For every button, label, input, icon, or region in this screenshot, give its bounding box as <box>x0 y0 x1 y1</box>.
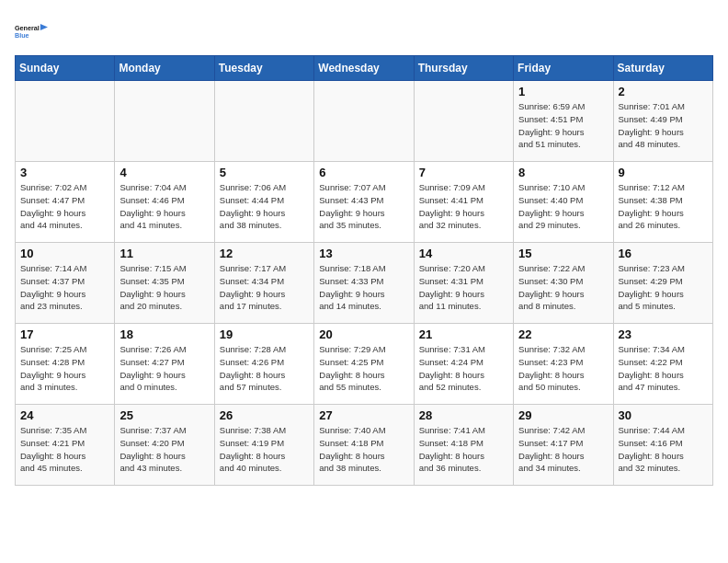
day-info: Sunrise: 7:10 AM Sunset: 4:40 PM Dayligh… <box>518 181 608 232</box>
day-number: 6 <box>319 166 408 179</box>
calendar-body: 1Sunrise: 6:59 AM Sunset: 4:51 PM Daylig… <box>16 81 713 486</box>
day-number: 24 <box>20 408 109 422</box>
day-info: Sunrise: 7:41 AM Sunset: 4:18 PM Dayligh… <box>419 424 508 475</box>
day-number: 8 <box>518 166 608 179</box>
calendar-week-row: 24Sunrise: 7:35 AM Sunset: 4:21 PM Dayli… <box>16 405 713 486</box>
calendar-header-cell: Wednesday <box>314 56 414 81</box>
day-number: 18 <box>119 327 209 341</box>
day-info: Sunrise: 7:04 AM Sunset: 4:46 PM Dayligh… <box>119 181 209 232</box>
calendar-day-cell: 1Sunrise: 6:59 AM Sunset: 4:51 PM Daylig… <box>514 81 613 162</box>
day-number: 9 <box>619 166 708 179</box>
day-number: 3 <box>20 166 109 179</box>
calendar-day-cell: 18Sunrise: 7:26 AM Sunset: 4:27 PM Dayli… <box>115 324 214 405</box>
calendar-table: SundayMondayTuesdayWednesdayThursdayFrid… <box>15 55 713 486</box>
day-info: Sunrise: 7:01 AM Sunset: 4:49 PM Dayligh… <box>619 100 708 151</box>
day-number: 16 <box>619 247 708 260</box>
calendar-day-cell: 30Sunrise: 7:44 AM Sunset: 4:16 PM Dayli… <box>613 405 712 486</box>
calendar-day-cell: 24Sunrise: 7:35 AM Sunset: 4:21 PM Dayli… <box>16 405 115 486</box>
day-number: 20 <box>319 327 408 341</box>
calendar-day-cell: 8Sunrise: 7:10 AM Sunset: 4:40 PM Daylig… <box>514 162 613 243</box>
day-number: 5 <box>220 166 309 179</box>
day-number: 7 <box>419 166 508 179</box>
calendar-day-cell: 29Sunrise: 7:42 AM Sunset: 4:17 PM Dayli… <box>514 405 613 486</box>
day-info: Sunrise: 7:02 AM Sunset: 4:47 PM Dayligh… <box>20 181 109 232</box>
calendar-day-cell: 22Sunrise: 7:32 AM Sunset: 4:23 PM Dayli… <box>514 324 613 405</box>
day-number: 26 <box>220 408 309 422</box>
day-info: Sunrise: 6:59 AM Sunset: 4:51 PM Dayligh… <box>518 100 608 151</box>
day-info: Sunrise: 7:12 AM Sunset: 4:38 PM Dayligh… <box>619 181 708 232</box>
day-number: 13 <box>319 247 408 260</box>
calendar-week-row: 10Sunrise: 7:14 AM Sunset: 4:37 PM Dayli… <box>16 243 713 324</box>
day-info: Sunrise: 7:31 AM Sunset: 4:24 PM Dayligh… <box>419 343 508 394</box>
day-number: 27 <box>319 408 408 422</box>
day-info: Sunrise: 7:09 AM Sunset: 4:41 PM Dayligh… <box>419 181 508 232</box>
svg-text:Blue: Blue <box>15 31 29 40</box>
day-info: Sunrise: 7:25 AM Sunset: 4:28 PM Dayligh… <box>20 343 109 394</box>
calendar-header-cell: Saturday <box>613 56 712 81</box>
calendar-day-cell: 27Sunrise: 7:40 AM Sunset: 4:18 PM Dayli… <box>314 405 414 486</box>
calendar-day-cell: 12Sunrise: 7:17 AM Sunset: 4:34 PM Dayli… <box>214 243 313 324</box>
day-info: Sunrise: 7:14 AM Sunset: 4:37 PM Dayligh… <box>20 262 109 313</box>
calendar-day-cell <box>115 81 214 162</box>
calendar-day-cell: 14Sunrise: 7:20 AM Sunset: 4:31 PM Dayli… <box>414 243 513 324</box>
calendar-day-cell <box>16 81 115 162</box>
day-info: Sunrise: 7:44 AM Sunset: 4:16 PM Dayligh… <box>619 424 708 475</box>
calendar-week-row: 1Sunrise: 6:59 AM Sunset: 4:51 PM Daylig… <box>16 81 713 162</box>
day-info: Sunrise: 7:23 AM Sunset: 4:29 PM Dayligh… <box>619 262 708 313</box>
calendar-day-cell: 5Sunrise: 7:06 AM Sunset: 4:44 PM Daylig… <box>214 162 313 243</box>
calendar-day-cell <box>214 81 313 162</box>
day-info: Sunrise: 7:20 AM Sunset: 4:31 PM Dayligh… <box>419 262 508 313</box>
day-info: Sunrise: 7:42 AM Sunset: 4:17 PM Dayligh… <box>518 424 608 475</box>
day-number: 25 <box>119 408 209 422</box>
calendar-day-cell <box>314 81 414 162</box>
calendar-day-cell: 26Sunrise: 7:38 AM Sunset: 4:19 PM Dayli… <box>214 405 313 486</box>
calendar-day-cell: 15Sunrise: 7:22 AM Sunset: 4:30 PM Dayli… <box>514 243 613 324</box>
day-number: 14 <box>419 247 508 260</box>
logo-icon: GeneralBlue <box>15 15 48 48</box>
calendar-day-cell: 25Sunrise: 7:37 AM Sunset: 4:20 PM Dayli… <box>115 405 214 486</box>
calendar-day-cell: 16Sunrise: 7:23 AM Sunset: 4:29 PM Dayli… <box>613 243 712 324</box>
calendar-day-cell <box>414 81 513 162</box>
logo: GeneralBlue <box>15 15 48 48</box>
day-number: 17 <box>20 327 109 341</box>
day-info: Sunrise: 7:35 AM Sunset: 4:21 PM Dayligh… <box>20 424 109 475</box>
day-info: Sunrise: 7:18 AM Sunset: 4:33 PM Dayligh… <box>319 262 408 313</box>
calendar-week-row: 3Sunrise: 7:02 AM Sunset: 4:47 PM Daylig… <box>16 162 713 243</box>
calendar-week-row: 17Sunrise: 7:25 AM Sunset: 4:28 PM Dayli… <box>16 324 713 405</box>
calendar-day-cell: 10Sunrise: 7:14 AM Sunset: 4:37 PM Dayli… <box>16 243 115 324</box>
day-info: Sunrise: 7:17 AM Sunset: 4:34 PM Dayligh… <box>220 262 309 313</box>
svg-marker-2 <box>40 24 48 30</box>
calendar-day-cell: 28Sunrise: 7:41 AM Sunset: 4:18 PM Dayli… <box>414 405 513 486</box>
day-number: 2 <box>619 85 708 98</box>
day-number: 15 <box>518 247 608 260</box>
calendar-day-cell: 4Sunrise: 7:04 AM Sunset: 4:46 PM Daylig… <box>115 162 214 243</box>
calendar-day-cell: 13Sunrise: 7:18 AM Sunset: 4:33 PM Dayli… <box>314 243 414 324</box>
day-info: Sunrise: 7:40 AM Sunset: 4:18 PM Dayligh… <box>319 424 408 475</box>
day-number: 28 <box>419 408 508 422</box>
day-info: Sunrise: 7:34 AM Sunset: 4:22 PM Dayligh… <box>619 343 708 394</box>
day-info: Sunrise: 7:07 AM Sunset: 4:43 PM Dayligh… <box>319 181 408 232</box>
day-number: 12 <box>220 247 309 260</box>
calendar-day-cell: 11Sunrise: 7:15 AM Sunset: 4:35 PM Dayli… <box>115 243 214 324</box>
day-number: 11 <box>119 247 209 260</box>
day-info: Sunrise: 7:38 AM Sunset: 4:19 PM Dayligh… <box>220 424 309 475</box>
day-info: Sunrise: 7:29 AM Sunset: 4:25 PM Dayligh… <box>319 343 408 394</box>
calendar-day-cell: 3Sunrise: 7:02 AM Sunset: 4:47 PM Daylig… <box>16 162 115 243</box>
calendar-day-cell: 20Sunrise: 7:29 AM Sunset: 4:25 PM Dayli… <box>314 324 414 405</box>
day-info: Sunrise: 7:06 AM Sunset: 4:44 PM Dayligh… <box>220 181 309 232</box>
calendar-header-cell: Monday <box>115 56 214 81</box>
day-number: 4 <box>119 166 209 179</box>
day-number: 19 <box>220 327 309 341</box>
day-info: Sunrise: 7:15 AM Sunset: 4:35 PM Dayligh… <box>119 262 209 313</box>
day-number: 1 <box>518 85 608 98</box>
calendar-day-cell: 21Sunrise: 7:31 AM Sunset: 4:24 PM Dayli… <box>414 324 513 405</box>
calendar-day-cell: 6Sunrise: 7:07 AM Sunset: 4:43 PM Daylig… <box>314 162 414 243</box>
calendar-header-cell: Thursday <box>414 56 513 81</box>
day-number: 21 <box>419 327 508 341</box>
calendar-header-cell: Friday <box>514 56 613 81</box>
calendar-day-cell: 19Sunrise: 7:28 AM Sunset: 4:26 PM Dayli… <box>214 324 313 405</box>
day-number: 30 <box>619 408 708 422</box>
day-info: Sunrise: 7:32 AM Sunset: 4:23 PM Dayligh… <box>518 343 608 394</box>
calendar-day-cell: 2Sunrise: 7:01 AM Sunset: 4:49 PM Daylig… <box>613 81 712 162</box>
day-info: Sunrise: 7:28 AM Sunset: 4:26 PM Dayligh… <box>220 343 309 394</box>
